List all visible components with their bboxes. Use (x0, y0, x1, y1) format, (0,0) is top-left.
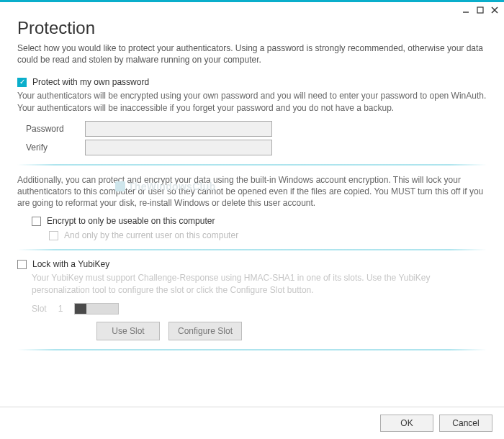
encrypt-computer-checkbox[interactable] (32, 217, 41, 226)
yubikey-desc: Your YubiKey must support Challenge-Resp… (32, 272, 487, 295)
encrypt-user-label: And only by the current user on this com… (64, 230, 238, 240)
slot-label: Slot (32, 304, 47, 314)
encrypt-computer-label: Encrypt to only be useable on this compu… (47, 216, 215, 226)
svg-rect-1 (477, 7, 483, 13)
configure-slot-button[interactable]: Configure Slot (168, 322, 242, 340)
yubikey-option[interactable]: Lock with a YubiKey (17, 259, 487, 269)
encrypt-user-checkbox (49, 231, 58, 240)
minimize-icon[interactable] (461, 5, 471, 15)
password-label: Password (26, 124, 78, 134)
encrypt-user-option: And only by the current user on this com… (49, 230, 487, 240)
protect-password-desc: Your authenticators will be encrypted us… (17, 90, 487, 113)
encrypt-desc: Additionally, you can protect and encryp… (17, 174, 487, 209)
page-title: Protection (17, 18, 487, 38)
protect-password-checkbox[interactable] (17, 78, 27, 87)
titlebar (0, 2, 504, 18)
yubikey-checkbox[interactable] (17, 260, 27, 269)
slot-value: 1 (58, 304, 63, 314)
verify-row: Verify (26, 140, 487, 155)
protect-password-label: Protect with my own password (32, 77, 149, 87)
maximize-icon[interactable] (475, 5, 485, 15)
password-row: Password (26, 121, 487, 137)
verify-label: Verify (26, 142, 78, 153)
intro-text: Select how you would like to protect you… (17, 42, 487, 65)
close-icon[interactable] (490, 5, 500, 15)
dialog-footer: OK Cancel (0, 407, 504, 439)
encrypt-computer-option[interactable]: Encrypt to only be useable on this compu… (32, 216, 487, 226)
protect-password-option[interactable]: Protect with my own password (17, 77, 487, 87)
divider-3 (17, 349, 487, 350)
use-slot-button[interactable]: Use Slot (96, 322, 160, 340)
cancel-button[interactable]: Cancel (439, 415, 492, 432)
slot-slider-knob (75, 304, 86, 314)
protection-dialog: Protection Select how you would like to … (0, 0, 504, 439)
divider-2 (17, 249, 487, 250)
yubikey-slot-row: Slot 1 (32, 303, 487, 314)
divider-1 (17, 164, 487, 166)
ok-button[interactable]: OK (380, 415, 433, 432)
yubikey-label: Lock with a YubiKey (32, 259, 109, 269)
yubikey-button-row: Use Slot Configure Slot (96, 322, 487, 340)
content-area: Protection Select how you would like to … (0, 18, 504, 407)
password-input[interactable] (85, 121, 272, 137)
verify-input[interactable] (85, 140, 272, 155)
slot-slider (74, 303, 119, 314)
